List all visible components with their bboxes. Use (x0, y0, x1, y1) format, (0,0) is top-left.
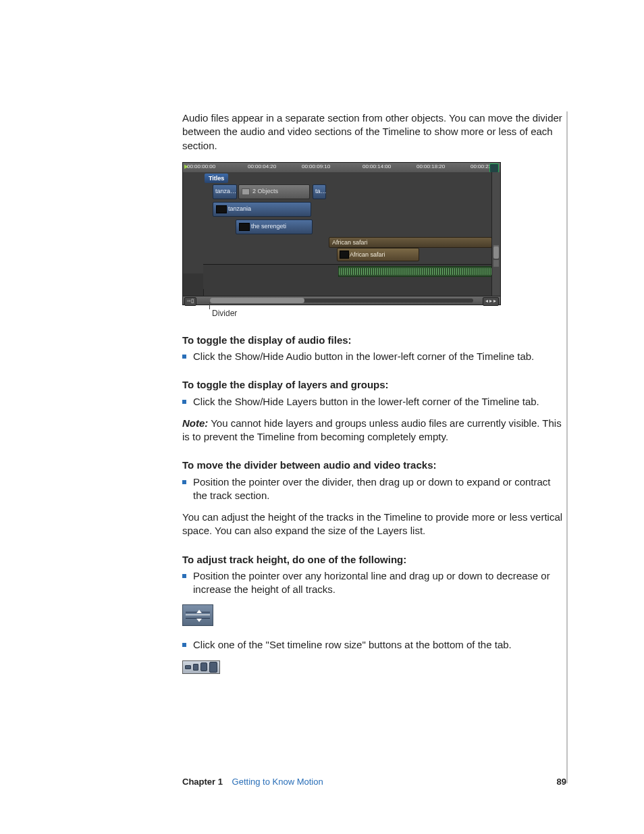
page-content: Audio files appear in a separate section… (182, 111, 566, 674)
transport-buttons[interactable]: ◂ ▸ ▸ (483, 297, 499, 306)
bullet-item: Click the Show/Hide Layers button in the… (182, 395, 566, 409)
media-group-header[interactable]: African safari (329, 237, 492, 248)
objects-chip[interactable]: 2 Objects (238, 184, 310, 199)
group-header-titles[interactable]: Titles (205, 174, 228, 183)
horizontal-scrollbar[interactable]: ▫▫▯ ◂ ▸ ▸ (183, 296, 500, 305)
resize-cursor-icon (191, 613, 203, 619)
page-margin-rule (566, 111, 568, 783)
audio-track-area (203, 264, 492, 289)
row-size-button-group[interactable] (182, 660, 220, 674)
note-label: Note: (182, 417, 208, 429)
thumbnail-icon (239, 223, 250, 231)
note-paragraph: Note: You cannot hide layers and groups … (182, 417, 566, 444)
after-paragraph: You can adjust the height of the tracks … (182, 511, 566, 538)
thumbnail-icon (340, 251, 349, 259)
chapter-title: Getting to Know Motion (232, 777, 323, 787)
vertical-scrollbar[interactable] (491, 172, 500, 296)
row-size-xs-icon[interactable] (185, 665, 191, 669)
section-heading: To toggle the display of audio files: (182, 334, 566, 347)
section-heading: To move the divider between audio and vi… (182, 459, 566, 472)
note-body: You cannot hide layers and groups unless… (182, 417, 562, 442)
zoom-icon[interactable] (489, 163, 499, 173)
clip-tanzania[interactable]: tanzania (213, 202, 311, 217)
resize-cursor-illustration (182, 604, 566, 626)
scroll-thumb[interactable] (210, 298, 304, 303)
chapter-label: Chapter 1 (182, 777, 223, 787)
bullet-item: Position the pointer over the divider, t… (182, 475, 566, 503)
clip-serengeti[interactable]: the serengeti (236, 219, 313, 234)
row-size-buttons[interactable]: ▫▫▯ (184, 297, 196, 306)
ruler-time: 00:00:04:20 (248, 163, 276, 171)
ruler-time: 00:00:00:00 (187, 163, 215, 171)
row-size-l-icon[interactable] (209, 662, 217, 673)
section-heading: To toggle the display of layers and grou… (182, 378, 566, 392)
bullet-item: Click one of the "Set timeline row size"… (182, 638, 566, 652)
callout-divider: Divider (212, 308, 566, 319)
intro-paragraph: Audio files appear in a separate section… (182, 111, 566, 153)
timeline-screenshot: ▶ 00:00:00:00 00:00:04:20 00:00:09:10 00… (182, 162, 566, 319)
media-item[interactable]: African safari (337, 248, 419, 261)
clip-tanza[interactable]: tanza… (213, 184, 237, 199)
clip-ta[interactable]: ta… (313, 184, 326, 199)
row-size-s-icon[interactable] (193, 664, 199, 671)
bullet-item: Click the Show/Hide Audio button in the … (182, 350, 566, 363)
ruler-time: 00:00:18:20 (417, 163, 445, 171)
bullet-item: Position the pointer over any horizontal… (182, 569, 566, 597)
ruler-time: 00:00:09:10 (302, 163, 330, 171)
scroll-thumb[interactable] (493, 246, 499, 259)
section-heading: To adjust track height, do one of the fo… (182, 553, 566, 567)
page-footer: Chapter 1 Getting to Know Motion 89 (182, 777, 566, 787)
row-size-buttons-illustration (182, 660, 566, 674)
timeline-track-area: Titles tanza… 2 Objects ta… tanzania (183, 172, 492, 273)
scroll-down-icon[interactable] (493, 260, 499, 267)
audio-waveform[interactable] (338, 266, 492, 277)
thumbnail-icon (216, 205, 227, 213)
layers-icon (242, 188, 250, 195)
page-number: 89 (557, 777, 566, 787)
ruler-time: 00:00:14:00 (363, 163, 391, 171)
row-size-m-icon[interactable] (200, 662, 207, 671)
timeline-ruler: ▶ 00:00:00:00 00:00:04:20 00:00:09:10 00… (183, 163, 500, 173)
